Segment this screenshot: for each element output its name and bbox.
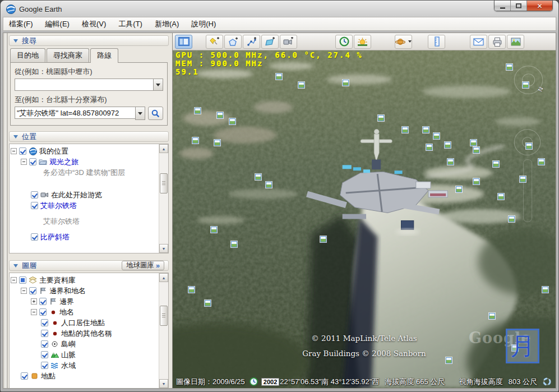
- to-dropdown-button[interactable]: [135, 107, 145, 120]
- photo-marker-icon[interactable]: [538, 159, 544, 165]
- checkbox[interactable]: [41, 330, 48, 337]
- photo-marker-icon[interactable]: [493, 161, 499, 167]
- photo-marker-icon[interactable]: [192, 137, 198, 144]
- add-path-button[interactable]: [243, 35, 260, 49]
- photo-marker-icon[interactable]: [520, 176, 526, 182]
- scroll-up-icon[interactable]: ▲: [159, 144, 168, 153]
- save-image-button[interactable]: [507, 35, 524, 49]
- tree-item-mountains[interactable]: 山脈: [11, 349, 157, 360]
- menu-file[interactable]: 檔案(F): [9, 19, 33, 29]
- photo-marker-icon[interactable]: [423, 127, 429, 133]
- tree-item-labels[interactable]: 地名: [11, 307, 157, 317]
- photo-marker-icon[interactable]: [456, 186, 462, 192]
- photo-marker-icon[interactable]: [523, 82, 529, 88]
- photo-marker-icon[interactable]: [433, 133, 440, 139]
- photo-marker-icon[interactable]: [231, 241, 237, 247]
- checkbox[interactable]: [31, 233, 38, 241]
- add-image-overlay-button[interactable]: [261, 35, 279, 49]
- photo-marker-icon[interactable]: [447, 159, 454, 165]
- maximize-button[interactable]: [511, 1, 527, 11]
- places-scrollbar[interactable]: ▲ ▼: [159, 144, 168, 253]
- photo-marker-icon[interactable]: [211, 227, 217, 233]
- checkbox[interactable]: [19, 276, 26, 284]
- clock-icon[interactable]: [250, 377, 258, 386]
- photo-marker-icon[interactable]: [298, 82, 304, 88]
- photo-marker-icon[interactable]: [402, 127, 408, 133]
- historical-imagery-button[interactable]: [335, 35, 353, 49]
- collapse-expander-icon[interactable]: [11, 277, 17, 283]
- photo-marker-icon[interactable]: [473, 178, 479, 185]
- menu-tools[interactable]: 工具(T): [118, 19, 142, 29]
- photo-marker-icon[interactable]: [526, 143, 532, 149]
- photo-marker-icon[interactable]: [470, 140, 477, 146]
- from-dropdown-button[interactable]: [153, 79, 163, 91]
- checkbox[interactable]: [31, 191, 38, 199]
- checkbox[interactable]: [41, 340, 48, 348]
- checkbox[interactable]: [39, 308, 47, 316]
- photo-marker-icon[interactable]: [542, 287, 548, 293]
- collapse-expander-icon[interactable]: [11, 148, 17, 154]
- tab-directions[interactable]: 路線: [90, 48, 118, 63]
- menu-help[interactable]: 說明(H): [191, 19, 216, 29]
- places-panel-header[interactable]: 位置: [9, 131, 169, 142]
- record-tour-button[interactable]: [280, 35, 297, 49]
- photo-marker-icon[interactable]: [446, 357, 452, 363]
- collapse-expander-icon[interactable]: [21, 159, 27, 165]
- tree-item-water-bodies[interactable]: 水域: [11, 360, 157, 371]
- tree-item-alternative-names[interactable]: 地點的其他名稱: [11, 328, 157, 339]
- menu-view[interactable]: 檢視(V): [82, 19, 106, 29]
- menu-add[interactable]: 新增(A): [155, 19, 179, 29]
- menu-edit[interactable]: 編輯(E): [45, 19, 70, 29]
- to-input[interactable]: "艾菲尔铁塔" lat=48.857800972: [15, 107, 135, 119]
- photo-marker-icon[interactable]: [217, 112, 223, 118]
- checkbox[interactable]: [41, 362, 48, 369]
- sunlight-button[interactable]: [354, 35, 371, 49]
- map-3d-view[interactable]: N GPU : 500.0 MHz, 66.0 °C, 27.4 % MEM :…: [173, 50, 556, 388]
- earth-gallery-button[interactable]: 地球圖庫»: [122, 261, 164, 270]
- photo-marker-icon[interactable]: [229, 118, 235, 124]
- print-button[interactable]: [488, 35, 506, 49]
- photo-marker-icon[interactable]: [195, 108, 201, 114]
- scroll-down-icon[interactable]: ▼: [159, 379, 168, 388]
- scrollbar-thumb[interactable]: [160, 173, 168, 193]
- tree-item-borders-labels[interactable]: 邊界和地名: [11, 285, 157, 296]
- photo-marker-icon[interactable]: [214, 140, 220, 146]
- photo-marker-icon[interactable]: [426, 144, 432, 150]
- close-button[interactable]: ✕: [527, 1, 552, 11]
- expand-expander-icon[interactable]: [31, 298, 37, 305]
- photo-marker-icon[interactable]: [255, 174, 261, 180]
- time-slider-year-badge[interactable]: 2002: [261, 378, 279, 386]
- collapse-expander-icon[interactable]: [21, 288, 27, 294]
- tree-item-start-tour-here[interactable]: 在此处开始游览: [11, 190, 157, 200]
- collapse-expander-icon[interactable]: [31, 309, 37, 315]
- photo-marker-icon[interactable]: [498, 193, 504, 200]
- tree-item-my-places[interactable]: 我的位置: [11, 146, 157, 156]
- photo-marker-icon[interactable]: [205, 300, 211, 306]
- photo-marker-icon[interactable]: [343, 80, 349, 86]
- search-panel-header[interactable]: 搜尋: [9, 35, 169, 46]
- photo-marker-icon[interactable]: [445, 142, 451, 148]
- photo-marker-icon[interactable]: [378, 115, 384, 121]
- tree-item-leaning-tower[interactable]: 比萨斜塔: [11, 232, 157, 242]
- photo-marker-icon[interactable]: [266, 182, 272, 188]
- tree-item-populated-places[interactable]: 人口居住地點: [11, 317, 157, 328]
- sidebar-toggle-button[interactable]: [175, 35, 192, 49]
- layers-scrollbar[interactable]: ▲ ▼: [159, 273, 168, 388]
- scrollbar-thumb[interactable]: [160, 306, 168, 326]
- photo-marker-icon[interactable]: [473, 147, 479, 153]
- checkbox[interactable]: [39, 298, 47, 305]
- add-polygon-button[interactable]: [224, 35, 242, 49]
- tree-item-borders[interactable]: 邊界: [11, 296, 157, 307]
- planets-button[interactable]: [395, 35, 412, 49]
- email-button[interactable]: [470, 35, 487, 49]
- layers-panel-header[interactable]: 圖層 地球圖庫»: [9, 260, 169, 271]
- checkbox[interactable]: [29, 158, 36, 165]
- title-bar[interactable]: Google Earth ✕: [1, 1, 558, 16]
- ruler-button[interactable]: [428, 35, 445, 49]
- tree-item-islands[interactable]: 島嶼: [11, 339, 157, 349]
- tree-item-places[interactable]: 地點: [11, 371, 157, 381]
- checkbox[interactable]: [21, 372, 28, 380]
- tab-find-businesses[interactable]: 尋找商家: [47, 48, 89, 62]
- add-placemark-button[interactable]: [206, 35, 223, 49]
- tree-item-eiffel-tower[interactable]: 艾菲尔铁塔: [11, 200, 157, 211]
